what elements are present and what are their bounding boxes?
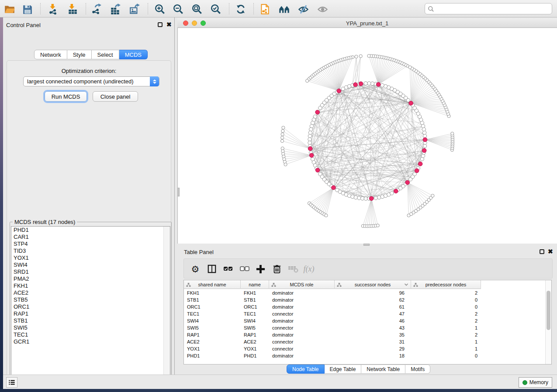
result-node-item[interactable]: PMA2 [11, 275, 170, 282]
mcds-hub-node[interactable] [422, 148, 426, 153]
show-all-icon[interactable] [316, 3, 329, 15]
tab-edge-table[interactable]: Edge Table [325, 364, 362, 374]
result-node-item[interactable]: SRD1 [11, 268, 170, 275]
search-field[interactable] [425, 3, 552, 14]
network-file-icon[interactable] [259, 3, 271, 15]
network-window-titlebar[interactable]: YPA_prune.txt_1 [177, 18, 557, 28]
result-node-item[interactable]: FKH1 [11, 282, 170, 289]
network-node[interactable] [309, 127, 313, 131]
mcds-hub-node[interactable] [332, 186, 336, 190]
import-table-icon[interactable] [66, 3, 79, 15]
export-network-icon[interactable] [90, 3, 102, 15]
column-header-shared-name[interactable]: shared name [184, 280, 241, 289]
result-node-item[interactable]: YOX1 [11, 254, 170, 261]
zoom-selected-icon[interactable] [210, 3, 222, 15]
network-node[interactable] [367, 54, 370, 57]
network-node[interactable] [451, 132, 454, 135]
network-node[interactable] [367, 82, 371, 85]
tab-mcds[interactable]: MCDS [119, 50, 148, 59]
result-node-item[interactable]: STB1 [11, 317, 170, 324]
refresh-icon[interactable] [235, 3, 247, 15]
column-header-predecessor-nodes[interactable]: predecessor nodes [411, 280, 481, 289]
table-row[interactable]: ORC1ORC1dominator610 [184, 303, 546, 310]
column-header-name[interactable]: name [241, 280, 269, 289]
mcds-hub-node[interactable] [376, 83, 381, 87]
table-row[interactable]: FKH1FKH1dominator962 [184, 289, 546, 296]
network-node[interactable] [360, 196, 364, 200]
result-node-item[interactable]: SWI5 [11, 324, 170, 331]
export-table-icon[interactable] [109, 3, 121, 15]
tab-node-table[interactable]: Node Table [287, 364, 325, 374]
network-node[interactable] [357, 196, 361, 199]
table-settings-icon[interactable]: ⚙ [189, 263, 201, 275]
vertical-splitter-handle[interactable] [177, 188, 180, 196]
network-node[interactable] [281, 136, 284, 139]
result-node-item[interactable]: TEC1 [11, 331, 170, 338]
horizontal-splitter-handle[interactable] [363, 244, 370, 246]
mcds-hub-node[interactable] [337, 89, 341, 93]
mcds-hub-node[interactable] [415, 168, 419, 173]
network-view-canvas[interactable] [177, 28, 557, 244]
network-node[interactable] [370, 82, 374, 85]
result-node-item[interactable]: STB5 [11, 296, 170, 303]
table-row[interactable]: SWI4SWI4dominator462 [184, 317, 546, 324]
mcds-hub-node[interactable] [418, 162, 422, 166]
column-header-successor-nodes[interactable]: successor nodes [335, 280, 411, 289]
network-node[interactable] [306, 79, 309, 83]
first-neighbors-icon[interactable] [278, 3, 290, 15]
network-node[interactable] [431, 194, 434, 197]
network-node[interactable] [308, 131, 312, 134]
mcds-hub-node[interactable] [405, 180, 410, 185]
mcds-hub-node[interactable] [308, 147, 312, 151]
result-node-item[interactable]: PHD1 [11, 227, 170, 234]
table-scrollbar[interactable] [545, 280, 551, 364]
network-node[interactable] [390, 191, 394, 195]
mcds-hub-node[interactable] [353, 83, 358, 87]
network-node[interactable] [308, 134, 311, 138]
network-node[interactable] [422, 131, 426, 134]
zoom-fit-icon[interactable] [191, 3, 203, 15]
result-node-item[interactable]: RAP1 [11, 310, 170, 317]
add-column-icon[interactable] [254, 263, 266, 275]
network-node[interactable] [423, 134, 426, 138]
mcds-result-list[interactable]: PHD1CAR1STP4TID3YOX1SWI4SRD1PMA2FKH1ACE2… [11, 226, 170, 383]
table-row[interactable]: TEC1TEC1connector472 [184, 310, 546, 317]
export-image-icon[interactable] [128, 3, 141, 15]
tab-network[interactable]: Network [34, 50, 67, 59]
zoom-in-icon[interactable] [154, 3, 166, 15]
search-input[interactable] [434, 6, 552, 12]
network-node[interactable] [341, 87, 345, 90]
network-node[interactable] [282, 126, 285, 129]
close-panel-button[interactable]: Close panel [93, 91, 138, 102]
result-node-item[interactable]: ACE2 [11, 289, 170, 296]
mcds-hub-node[interactable] [315, 168, 320, 172]
network-node[interactable] [408, 66, 412, 69]
save-icon[interactable] [21, 3, 33, 15]
close-table-panel-icon[interactable]: ✖ [548, 249, 553, 254]
table-row[interactable]: STB1STB1dominator620 [184, 296, 546, 303]
tab-motifs[interactable]: Motifs [405, 364, 430, 374]
table-row[interactable]: ACE2ACE2connector311 [184, 338, 546, 345]
import-network-icon[interactable] [47, 3, 59, 15]
result-node-item[interactable]: STP4 [11, 241, 170, 248]
deselect-all-icon[interactable] [239, 263, 251, 275]
network-node[interactable] [308, 138, 311, 141]
float-table-panel-icon[interactable] [540, 249, 544, 254]
result-list-scrollbar[interactable] [163, 227, 170, 382]
run-mcds-button[interactable]: Run MCDS [45, 91, 87, 102]
float-panel-icon[interactable] [158, 22, 163, 27]
mcds-hub-node[interactable] [369, 196, 374, 201]
result-node-item[interactable]: TID3 [11, 248, 170, 254]
tab-select[interactable]: Select [92, 50, 119, 59]
mcds-hub-node[interactable] [409, 101, 413, 106]
mcds-hub-node[interactable] [309, 153, 314, 158]
result-node-item[interactable]: SWI4 [11, 261, 170, 268]
network-node[interactable] [354, 196, 357, 199]
table-row[interactable]: YOX1YOX1connector291 [184, 345, 546, 352]
network-node[interactable] [325, 214, 328, 217]
network-node[interactable] [423, 144, 426, 148]
column-header-MCDS-role[interactable]: MCDS role [269, 280, 335, 289]
network-node[interactable] [281, 133, 284, 136]
network-node[interactable] [359, 55, 362, 58]
table-row[interactable]: PHD1PHD1dominator180 [184, 352, 546, 359]
